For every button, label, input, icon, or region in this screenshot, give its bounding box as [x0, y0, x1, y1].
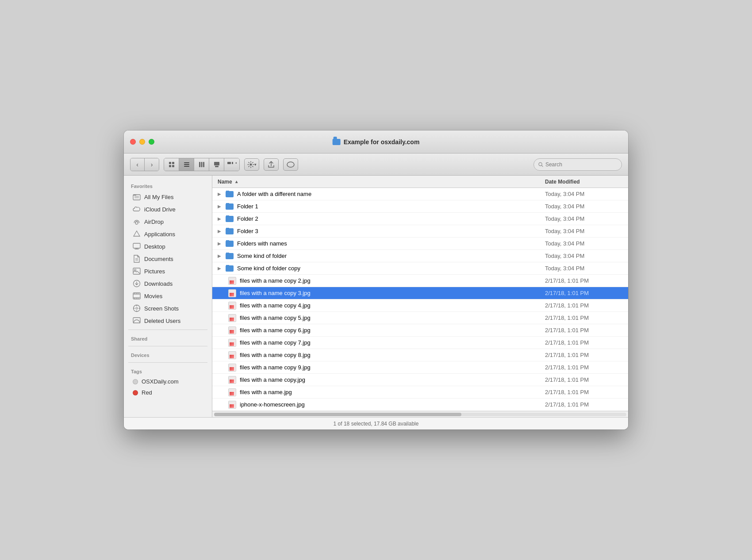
file-date-cell: Today, 3:04 PM: [540, 265, 628, 272]
svg-rect-8: [201, 162, 202, 167]
share-button[interactable]: [264, 158, 279, 171]
desktop-icon: [133, 242, 141, 250]
sidebar-item-label: AirDrop: [144, 219, 164, 225]
table-row[interactable]: ▶Some kind of folder copyToday, 3:04 PM: [212, 262, 628, 275]
col-date-header[interactable]: Date Modified: [540, 179, 628, 185]
search-input[interactable]: [545, 161, 617, 168]
file-name-cell: files with a name copy 9.jpg: [212, 364, 540, 372]
sidebar-item-label: Movies: [144, 293, 162, 299]
svg-rect-3: [172, 165, 174, 167]
image-file-icon: [228, 289, 236, 297]
view-arrange-button[interactable]: [224, 158, 239, 171]
sidebar-item-label: Documents: [144, 256, 173, 262]
table-row[interactable]: files with a name copy 4.jpg2/17/18, 1:0…: [212, 299, 628, 312]
table-row[interactable]: files with a name copy 6.jpg2/17/18, 1:0…: [212, 324, 628, 337]
expand-arrow-icon[interactable]: ▶: [218, 266, 221, 271]
file-name-label: iphone-x-homescreen.jpg: [240, 401, 305, 408]
sidebar-item-label: All My Files: [144, 194, 173, 200]
expand-arrow-icon[interactable]: ▶: [218, 253, 221, 258]
sidebar-item-label: OSXDaily.com: [142, 378, 179, 385]
close-button[interactable]: [130, 139, 136, 145]
table-row[interactable]: ▶Folder 2Today, 3:04 PM: [212, 213, 628, 225]
view-icon-button[interactable]: [164, 158, 179, 171]
table-row[interactable]: files with a name copy 7.jpg2/17/18, 1:0…: [212, 337, 628, 349]
airdrop-icon: [133, 218, 141, 226]
sidebar-item-tag-red[interactable]: Red: [126, 387, 210, 398]
sidebar-item-documents[interactable]: Documents: [126, 253, 210, 265]
image-file-icon: [228, 326, 236, 334]
table-row[interactable]: files with a name copy 5.jpg2/17/18, 1:0…: [212, 312, 628, 324]
sidebar-item-label: Screen Shots: [144, 305, 179, 312]
file-name-cell: ▶Some kind of folder copy: [212, 265, 540, 272]
sidebar-item-applications[interactable]: Applications: [126, 228, 210, 240]
tag-button[interactable]: [283, 158, 298, 171]
tag-dot-red: [133, 390, 138, 395]
window-title: Example for osxdaily.com: [344, 138, 420, 146]
sidebar-item-screenshots[interactable]: Screen Shots: [126, 302, 210, 315]
expand-arrow-icon[interactable]: ▶: [218, 229, 221, 234]
file-date-cell: Today, 3:04 PM: [540, 228, 628, 234]
table-row[interactable]: files with a name copy 2.jpg2/17/18, 1:0…: [212, 275, 628, 287]
image-file-icon: [228, 339, 236, 347]
table-row[interactable]: ▶Folder 1Today, 3:04 PM: [212, 200, 628, 213]
table-row[interactable]: ▶A folder with a different nameToday, 3:…: [212, 188, 628, 200]
view-cover-button[interactable]: [209, 158, 224, 171]
image-file-icon: [228, 302, 236, 310]
horizontal-scrollbar[interactable]: [212, 411, 628, 417]
table-row[interactable]: files with a name copy.jpg2/17/18, 1:01 …: [212, 374, 628, 386]
table-row[interactable]: files with a name copy 8.jpg2/17/18, 1:0…: [212, 349, 628, 361]
sidebar-item-icloud[interactable]: iCloud Drive: [126, 203, 210, 215]
expand-arrow-icon[interactable]: ▶: [218, 216, 221, 221]
table-row[interactable]: files with a name copy 3.jpg2/17/18, 1:0…: [212, 287, 628, 299]
sidebar-item-movies[interactable]: Movies: [126, 290, 210, 302]
file-date-cell: Today, 3:04 PM: [540, 203, 628, 210]
file-date-cell: Today, 3:04 PM: [540, 240, 628, 247]
table-row[interactable]: ▶Folders with namesToday, 3:04 PM: [212, 238, 628, 250]
sidebar-item-airdrop[interactable]: AirDrop: [126, 215, 210, 228]
forward-button[interactable]: ›: [145, 158, 159, 171]
expand-arrow-icon[interactable]: ▶: [218, 204, 221, 209]
file-date-cell: 2/17/18, 1:01 PM: [540, 401, 628, 408]
table-row[interactable]: ▶Folder 3Today, 3:04 PM: [212, 225, 628, 238]
search-box[interactable]: [533, 158, 622, 171]
table-row[interactable]: files with a name.jpg2/17/18, 1:01 PM: [212, 386, 628, 399]
col-name-header[interactable]: Name ▲: [212, 179, 540, 185]
sidebar-item-label: iCloud Drive: [144, 206, 176, 213]
sidebar-item-desktop[interactable]: Desktop: [126, 240, 210, 253]
sidebar-item-all-my-files[interactable]: All My Files: [126, 191, 210, 203]
file-name-cell: files with a name.jpg: [212, 388, 540, 396]
table-row[interactable]: ▶Some kind of folderToday, 3:04 PM: [212, 250, 628, 262]
titlebar: Example for osxdaily.com: [124, 130, 628, 153]
h-scrollbar-track: [214, 413, 626, 416]
svg-rect-5: [184, 164, 189, 165]
folder-icon: [226, 228, 234, 234]
table-row[interactable]: files with a name copy 9.jpg2/17/18, 1:0…: [212, 361, 628, 374]
sidebar-item-tag-osxdaily[interactable]: OSXDaily.com: [126, 376, 210, 387]
h-scrollbar-thumb[interactable]: [214, 413, 461, 416]
minimize-button[interactable]: [139, 139, 145, 145]
file-name-label: Some kind of folder: [237, 253, 287, 259]
view-column-button[interactable]: [194, 158, 209, 171]
svg-rect-2: [169, 165, 171, 167]
expand-arrow-icon[interactable]: ▶: [218, 241, 221, 246]
sort-arrow: ▲: [234, 179, 239, 184]
view-list-button[interactable]: [179, 158, 194, 171]
file-name-label: Folder 1: [237, 203, 258, 210]
maximize-button[interactable]: [149, 139, 154, 145]
expand-arrow-icon[interactable]: ▶: [218, 192, 221, 196]
svg-rect-6: [184, 166, 189, 167]
file-name-label: files with a name copy 9.jpg: [240, 364, 311, 371]
main-content: Favorites All My Files iCloud Drive AirD…: [124, 176, 628, 417]
file-name-label: files with a name copy 5.jpg: [240, 315, 311, 321]
svg-point-14: [249, 163, 252, 165]
table-row[interactable]: iphone-x-homescreen.jpg2/17/18, 1:01 PM: [212, 399, 628, 411]
sidebar-item-pictures[interactable]: Pictures: [126, 265, 210, 277]
file-name-label: files with a name.jpg: [240, 389, 292, 395]
back-button[interactable]: ‹: [130, 158, 145, 171]
sidebar-item-deleted-users[interactable]: Deleted Users: [126, 315, 210, 327]
file-name-cell: files with a name copy 7.jpg: [212, 339, 540, 347]
sidebar-item-label: Desktop: [144, 243, 165, 250]
image-file-icon: [228, 277, 236, 285]
gear-button[interactable]: ▾: [244, 158, 259, 171]
sidebar-item-downloads[interactable]: Downloads: [126, 277, 210, 290]
